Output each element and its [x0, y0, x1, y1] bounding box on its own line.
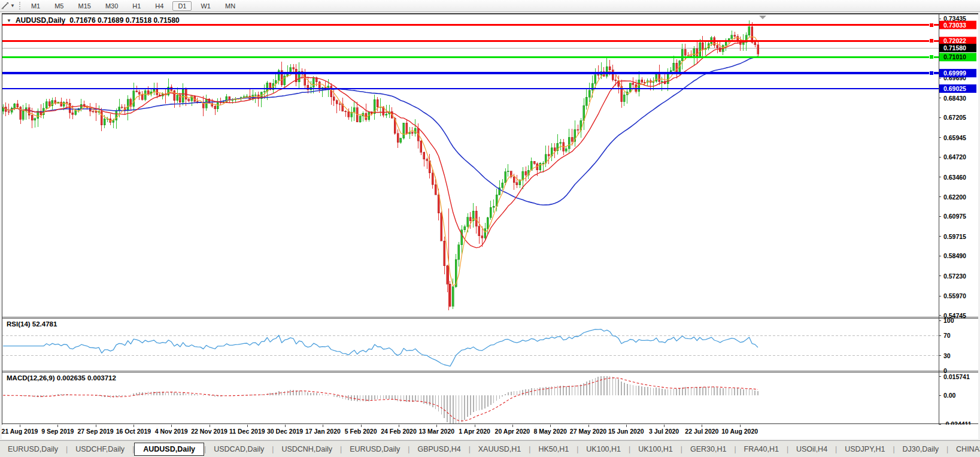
chart-tab-usdjpy-h1[interactable]: USDJPY,H1 — [837, 443, 893, 455]
date-tick — [361, 425, 362, 427]
rsi-indicator-label: RSI(14) 52.4781 — [7, 320, 57, 328]
date-tick — [512, 425, 513, 427]
chart-tab-bar: EURUSD,Daily|USDCHF,Daily|AUDUSD,Daily|U… — [0, 440, 980, 457]
macd-indicator-label: MACD(12,26,9) 0.002635 0.003712 — [7, 374, 116, 382]
date-tick — [436, 425, 437, 427]
svg-text:0.69999: 0.69999 — [943, 69, 966, 77]
date-tick — [210, 425, 210, 427]
timeframe-button-m15[interactable]: M15 — [72, 1, 96, 11]
svg-text:0.69025: 0.69025 — [943, 85, 966, 92]
toolbar-separator — [19, 2, 22, 10]
price-chart-window[interactable]: 0.734350.696900.684300.672050.659450.647… — [2, 13, 978, 425]
timeframe-button-m30[interactable]: M30 — [100, 1, 123, 11]
chart-tab-eurusd-daily[interactable]: EURUSD,Daily — [342, 443, 408, 455]
cursor-tool-icon[interactable]: ▼ — [0, 2, 17, 10]
svg-text:0.015741: 0.015741 — [943, 373, 970, 380]
chart-tab-usoil-h4[interactable]: USOil,H4 — [788, 443, 835, 455]
timeframe-button-m5[interactable]: M5 — [49, 1, 69, 11]
svg-text:0.73033: 0.73033 — [943, 22, 966, 29]
svg-text:0.71010: 0.71010 — [943, 53, 966, 60]
chart-tab-xauusd-h1[interactable]: XAUUSD,H1 — [471, 443, 529, 455]
date-label: 27 May 2020 — [570, 428, 606, 435]
svg-text:0.59715: 0.59715 — [943, 233, 966, 240]
chart-tab-usdcnh-daily[interactable]: USDCNH,Daily — [274, 443, 340, 455]
date-tick — [96, 425, 96, 427]
svg-text:0.71580: 0.71580 — [943, 44, 966, 52]
svg-text:0.55970: 0.55970 — [943, 292, 966, 299]
chart-tab-usdcad-daily[interactable]: USDCAD,Daily — [206, 443, 272, 455]
svg-text:100: 100 — [943, 317, 954, 324]
date-tick — [664, 425, 665, 427]
svg-text:0.58490: 0.58490 — [943, 252, 966, 259]
svg-text:0.57230: 0.57230 — [943, 273, 966, 280]
svg-text:70: 70 — [943, 332, 951, 339]
chart-title: ▼ AUDUSD,Daily 0.71676 0.71689 0.71518 0… — [7, 16, 180, 25]
date-tick — [702, 425, 702, 427]
svg-text:0.60975: 0.60975 — [943, 213, 966, 220]
timeframe-button-h1[interactable]: H1 — [127, 1, 146, 11]
svg-text:0.67205: 0.67205 — [943, 114, 966, 121]
chart-tab-uk100-h1[interactable]: UK100,H1 — [630, 443, 681, 455]
chart-symbol-period: AUDUSD,Daily — [16, 16, 65, 25]
date-label: 4 Nov 2019 — [155, 428, 188, 435]
date-label: 10 Aug 2020 — [721, 428, 758, 435]
svg-text:0.00: 0.00 — [943, 392, 956, 399]
date-label: 11 Dec 2019 — [229, 428, 265, 435]
date-label: 27 Sep 2019 — [78, 428, 114, 435]
chart-tab-usdchf-daily[interactable]: USDCHF,Daily — [68, 443, 132, 455]
chart-tab-ger30-h1[interactable]: GER30,H1 — [682, 443, 734, 455]
timeframe-button-d1[interactable]: D1 — [172, 1, 192, 11]
svg-text:0.63460: 0.63460 — [943, 174, 966, 181]
date-label: 1 Apr 2020 — [459, 428, 490, 435]
date-axis: 21 Aug 20199 Sep 201927 Sep 201916 Oct 2… — [2, 425, 978, 439]
date-label: 15 Jun 2020 — [608, 428, 644, 435]
svg-text:-0.024411: -0.024411 — [943, 420, 972, 425]
dropdown-caret-icon[interactable]: ▼ — [10, 3, 15, 8]
svg-text:0.72022: 0.72022 — [943, 37, 966, 44]
date-tick — [475, 425, 475, 427]
date-tick — [247, 425, 248, 427]
chart-tab-hk50-h1[interactable]: HK50,H1 — [530, 443, 577, 455]
svg-text:30: 30 — [943, 352, 951, 359]
chart-tab-uk100-h1[interactable]: UK100,H1 — [578, 443, 629, 455]
chart-canvas[interactable]: 0.734350.696900.684300.672050.659450.647… — [2, 13, 978, 425]
svg-text:0.65945: 0.65945 — [943, 134, 966, 141]
date-tick — [626, 425, 627, 427]
timeframe-button-m1[interactable]: M1 — [26, 1, 45, 11]
svg-text:0.68430: 0.68430 — [943, 95, 966, 102]
date-label: 3 Jul 2020 — [649, 428, 679, 435]
date-tick — [588, 425, 589, 427]
chart-tab-dj30-daily[interactable]: DJ30,Daily — [895, 443, 946, 455]
date-tick — [171, 425, 172, 427]
date-label: 30 Dec 2019 — [267, 428, 303, 435]
mt4-window: ▼ M1M5M15M30H1H4D1W1MN 0.734350.696900.6… — [0, 0, 980, 457]
timeframe-button-h4[interactable]: H4 — [150, 1, 169, 11]
chart-tab-fra40-h1[interactable]: FRA40,H1 — [736, 443, 787, 455]
chart-tab-china300-h1[interactable]: CHINA300,H1 — [948, 443, 980, 455]
chart-tab-eurusd-daily[interactable]: EURUSD,Daily — [0, 443, 66, 455]
date-tick — [399, 425, 399, 427]
date-label: 22 Nov 2019 — [191, 428, 227, 435]
date-tick — [550, 425, 551, 427]
date-label: 9 Sep 2019 — [41, 428, 74, 435]
date-label: 5 Feb 2020 — [345, 428, 377, 435]
date-tick — [134, 425, 134, 427]
timeframe-toolbar: ▼ M1M5M15M30H1H4D1W1MN — [0, 0, 980, 12]
date-tick — [20, 425, 20, 427]
symbol-dropdown-icon[interactable]: ▼ — [7, 18, 11, 23]
date-tick — [323, 425, 323, 427]
timeframe-button-mn[interactable]: MN — [220, 1, 241, 11]
date-label: 22 Jul 2020 — [685, 428, 718, 435]
svg-text:0.62200: 0.62200 — [943, 193, 966, 201]
date-label: 20 Apr 2020 — [495, 428, 530, 435]
timeframe-button-w1[interactable]: W1 — [195, 1, 216, 11]
chart-tab-gbpusd-h4[interactable]: GBPUSD,H4 — [409, 443, 468, 455]
date-label: 21 Aug 2019 — [2, 428, 38, 435]
chart-tab-audusd-daily[interactable]: AUDUSD,Daily — [134, 443, 204, 456]
date-tick — [57, 425, 58, 427]
date-tick — [740, 425, 741, 427]
chart-ohlc-values: 0.71676 0.71689 0.71518 0.71580 — [69, 16, 180, 25]
date-label: 17 Jan 2020 — [305, 428, 341, 435]
date-label: 24 Feb 2020 — [381, 428, 417, 435]
svg-text:0.64720: 0.64720 — [943, 153, 966, 161]
